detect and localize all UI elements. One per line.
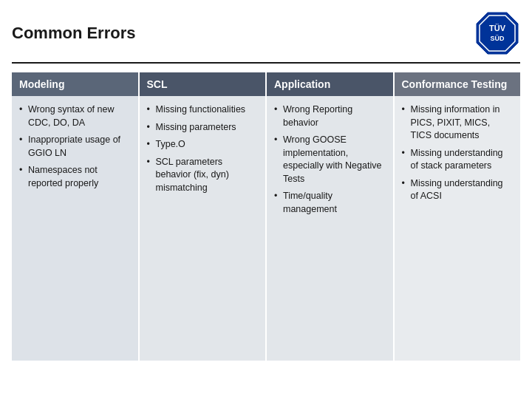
scl-list: Missing functionalities Missing paramete… [147, 103, 259, 194]
list-item: Missing understanding of stack parameter… [402, 147, 514, 173]
list-item: Time/quality management [274, 190, 386, 216]
header-scl: SCL [140, 72, 267, 96]
table-header: Modeling SCL Application Conformance Tes… [12, 72, 520, 96]
svg-text:TÜV: TÜV [489, 24, 506, 33]
list-item: Missing functionalities [147, 103, 259, 117]
page-title: Common Errors [12, 24, 135, 43]
application-list: Wrong Reporting behavior Wrong GOOSE imp… [274, 103, 386, 216]
list-item: Inappropriate usage of GGIO LN [19, 134, 131, 160]
table-body: Wrong syntax of new CDC, DO, DA Inapprop… [12, 96, 520, 362]
body-application: Wrong Reporting behavior Wrong GOOSE imp… [267, 96, 395, 362]
body-conformance: Missing information in PICS, PIXIT, MICS… [395, 96, 521, 362]
svg-marker-0 [477, 13, 518, 54]
tuv-logo: TÜV SÜD [474, 10, 520, 56]
svg-text:SÜD: SÜD [490, 35, 505, 42]
list-item: Type.O [147, 138, 259, 151]
title-divider [12, 62, 520, 64]
header-conformance: Conformance Testing [395, 72, 521, 96]
list-item: Wrong GOOSE implementation, especially w… [274, 134, 386, 185]
list-item: Wrong Reporting behavior [274, 103, 386, 129]
body-modeling: Wrong syntax of new CDC, DO, DA Inapprop… [12, 96, 140, 362]
list-item: Missing parameters [147, 121, 259, 134]
list-item: Wrong syntax of new CDC, DO, DA [19, 103, 131, 129]
header-row: Common Errors TÜV SÜD [12, 10, 520, 56]
list-item: SCL parameters behavior (fix, dyn) misma… [147, 156, 259, 195]
conformance-list: Missing information in PICS, PIXIT, MICS… [402, 103, 514, 203]
modeling-list: Wrong syntax of new CDC, DO, DA Inapprop… [19, 103, 131, 190]
list-item: Missing information in PICS, PIXIT, MICS… [402, 103, 514, 143]
errors-table: Modeling SCL Application Conformance Tes… [12, 72, 520, 362]
body-scl: Missing functionalities Missing paramete… [140, 96, 267, 362]
list-item: Namespaces not reported properly [19, 164, 131, 190]
header-modeling: Modeling [12, 72, 140, 96]
header-application: Application [267, 72, 395, 96]
page: Common Errors TÜV SÜD Modeling SCL Appli… [0, 0, 532, 399]
list-item: Missing understanding of ACSI [402, 177, 514, 203]
